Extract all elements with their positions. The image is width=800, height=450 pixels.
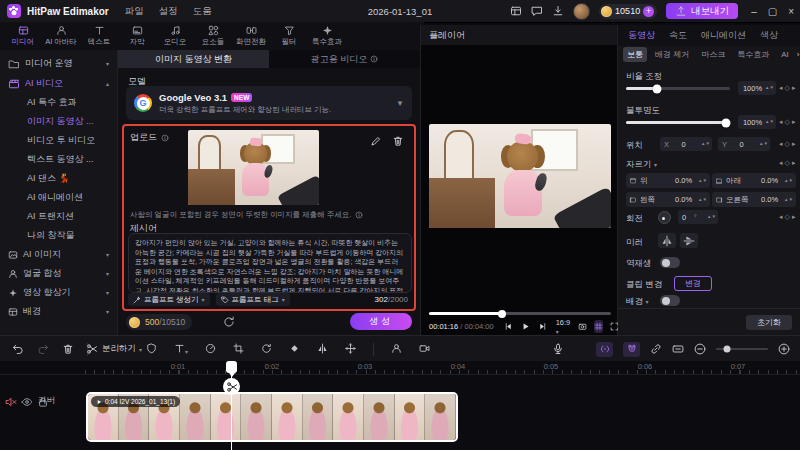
inspector-subtab-0[interactable]: 보통 [623, 47, 647, 62]
ribbon-tab-6[interactable]: 화면전환 [232, 22, 270, 50]
inspector-subtab-3[interactable]: 특수효과 [733, 47, 773, 62]
zoom-out-icon[interactable] [694, 343, 706, 355]
background-label[interactable]: 배경 ▾ [626, 296, 648, 308]
prompt-textarea[interactable]: 강아지가 편안히 앉아 있는 거실, 고양이와 함께하는 휴식 시간, 따뜻한 … [128, 233, 412, 293]
keyframe-controls[interactable]: ◂◇▸ [779, 213, 797, 221]
maximize-button[interactable]: ▢ [768, 6, 777, 17]
subtab-scroll-icon[interactable]: › [797, 50, 800, 59]
sidebar-group-0[interactable]: AI 이미지▾ [0, 245, 117, 264]
keyframe-controls[interactable]: ◂◇▸ [779, 84, 797, 92]
cover-button[interactable]: 커버 [38, 395, 55, 407]
sidebar-item-1[interactable]: 이미지 동영상 ... [0, 112, 117, 131]
video-preview[interactable] [429, 124, 611, 228]
reset-button[interactable]: 초기화 [746, 315, 792, 330]
crop-2-field[interactable]: 왼쪽0.0%▲▼ [626, 192, 710, 207]
keyframe-controls[interactable]: ◂◇▸ [779, 118, 797, 126]
sidebar-group-ai-video[interactable]: AI 비디오 ▴ [0, 74, 117, 93]
ribbon-tab-1[interactable]: AI 아바타 [42, 22, 80, 50]
timeline-ruler[interactable]: 0:010:020:030:040:050:060:07 [0, 361, 800, 375]
edit-image-icon[interactable] [370, 135, 382, 147]
inspector-subtab-1[interactable]: 배경 제거 [651, 47, 693, 62]
coin-balance[interactable]: 10510 + [599, 4, 657, 19]
mute-track-icon[interactable] [5, 396, 17, 408]
ripple-edit-icon[interactable] [596, 342, 613, 357]
menu-item-2[interactable]: 도움 [193, 5, 212, 16]
aspect-ratio-select[interactable]: 16:9 ▾ [556, 318, 571, 336]
export-button[interactable]: 내보내기 [666, 3, 738, 19]
change-clip-button[interactable]: 변경 [674, 276, 712, 291]
generate-button[interactable]: 생성 [350, 313, 412, 330]
undo-icon[interactable] [12, 343, 24, 355]
rotate-icon[interactable] [261, 343, 272, 356]
mic-icon[interactable] [552, 343, 564, 355]
ribbon-tab-2[interactable]: 텍스트 [80, 22, 118, 50]
ribbon-tab-8[interactable]: 특수효과 [308, 22, 346, 50]
uploaded-image[interactable] [188, 130, 319, 205]
ribbon-tab-7[interactable]: 필터 [270, 22, 308, 50]
sidebar-item-3[interactable]: 텍스트 동영상 ... [0, 150, 117, 169]
avatar[interactable] [573, 3, 590, 20]
sidebar-group-1[interactable]: 얼굴 합성▾ [0, 264, 117, 283]
inspector-tab-1[interactable]: 속도 [669, 29, 687, 42]
opacity-slider[interactable] [626, 121, 730, 124]
sidebar-group-3[interactable]: 배경▾ [0, 302, 117, 321]
sidebar-item-5[interactable]: AI 애니메이션 [0, 188, 117, 207]
scale-value[interactable]: 100%▲▼ [738, 81, 776, 95]
reverse-toggle[interactable] [660, 257, 680, 268]
record-icon[interactable] [419, 343, 430, 356]
crop-1-field[interactable]: 아래0.0%▲▼ [712, 173, 796, 188]
keyframe-icon[interactable] [289, 343, 300, 356]
delete-image-icon[interactable] [392, 135, 404, 147]
next-frame-icon[interactable] [538, 322, 547, 331]
inspector-tab-3[interactable]: 색상 [760, 29, 778, 42]
fit-timeline-icon[interactable] [672, 343, 684, 355]
chevron-down-icon[interactable]: ▼ [396, 99, 404, 108]
rotate-dial[interactable] [658, 211, 671, 224]
opacity-value[interactable]: 100%▲▼ [738, 115, 776, 129]
magnet-icon[interactable] [623, 342, 640, 357]
close-button[interactable]: × [788, 6, 794, 17]
inspector-subtab-2[interactable]: 마스크 [697, 47, 729, 62]
playhead-handle[interactable] [226, 361, 237, 373]
sidebar-item-6[interactable]: AI 트랜지션 [0, 207, 117, 226]
sidebar-item-2[interactable]: 비디오 투 비디오 [0, 131, 117, 150]
mirror-vertical-button[interactable] [680, 233, 698, 248]
grid-icon[interactable] [594, 320, 603, 333]
prev-frame-icon[interactable] [504, 322, 513, 331]
inspector-tab-0[interactable]: 동영상 [628, 29, 655, 42]
add-coins-icon[interactable]: + [643, 6, 654, 17]
sidebar-item-0[interactable]: AI 특수 효과 [0, 93, 117, 112]
redo-icon[interactable] [37, 343, 49, 355]
position-x-field[interactable]: X0▲▼ [660, 137, 712, 151]
ribbon-tab-3[interactable]: 자막 [118, 22, 156, 50]
feedback-icon[interactable] [531, 5, 543, 17]
position-y-field[interactable]: Y0▲▼ [718, 137, 770, 151]
rotate-value[interactable]: 0°▲▼ [678, 210, 718, 224]
sidebar-library-header[interactable]: 미디어 운영 ▾ [0, 55, 117, 72]
crop-0-field[interactable]: 위0.0%▲▼ [626, 173, 710, 188]
mirror-icon[interactable] [317, 343, 328, 356]
prompt-tag-button[interactable]: 프롬프트 태그 ▾ [216, 293, 290, 306]
snapshot-icon[interactable] [578, 322, 587, 331]
minimize-button[interactable]: – [751, 6, 757, 17]
avatar-tool-icon[interactable] [391, 343, 402, 356]
menu-item-1[interactable]: 설정 [159, 5, 178, 16]
split-button[interactable]: 분리하기 ▾ [86, 336, 142, 362]
menu-item-0[interactable]: 파일 [125, 5, 144, 16]
download-icon[interactable] [552, 5, 564, 17]
scale-slider[interactable] [626, 87, 730, 90]
keyframe-controls[interactable]: ◂◇▸ [779, 140, 797, 148]
layout-icon[interactable] [510, 5, 522, 17]
hide-track-icon[interactable] [21, 396, 33, 408]
zoom-in-icon[interactable] [778, 343, 790, 355]
keyframe-controls[interactable]: ◂◇▸ [779, 159, 797, 167]
delete-icon[interactable] [62, 343, 74, 355]
sidebar-item-7[interactable]: 나의 창작물 [0, 226, 117, 245]
sticker-icon[interactable] [146, 343, 157, 356]
timeline-zoom-slider[interactable] [716, 348, 768, 350]
crop-3-field[interactable]: 오른쪽0.0%▲▼ [712, 192, 796, 207]
sidebar-group-2[interactable]: 영상 향상기▾ [0, 283, 117, 302]
play-icon[interactable] [521, 322, 530, 331]
tab-ad-video[interactable]: 광고용 비디오 [269, 50, 420, 68]
tab-image-to-video[interactable]: 이미지 동영상 변환 [118, 50, 269, 68]
